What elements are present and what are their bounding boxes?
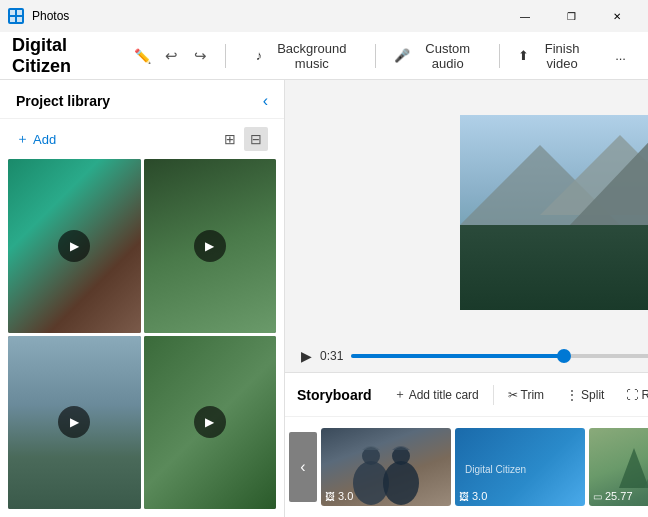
split-icon: ⋮	[566, 388, 578, 402]
plus-icon: ＋	[16, 130, 29, 148]
undo-button[interactable]: ↩	[159, 41, 184, 71]
trim-icon: ✂	[508, 388, 518, 402]
svg-point-13	[383, 461, 419, 505]
titlebar: Photos — ❒ ✕	[0, 0, 648, 32]
film-card[interactable]: Digital Citizen 🖼 3.0	[455, 428, 585, 506]
film-card-label: ▭ 25.77	[593, 490, 633, 502]
maximize-button[interactable]: ❒	[548, 0, 594, 32]
video-icon: ▭	[593, 491, 602, 502]
finish-video-button[interactable]: ⬆ Finish video	[508, 35, 601, 77]
custom-audio-button[interactable]: 🎤 Custom audio	[384, 35, 491, 77]
split-button[interactable]: ⋮ Split	[558, 383, 612, 407]
project-title: Digital Citizen	[12, 35, 120, 77]
panel-collapse-button[interactable]: ‹	[263, 92, 268, 110]
toolbar-actions: ♪ Background music 🎤 Custom audio ⬆ Fini…	[246, 35, 636, 77]
custom-audio-label: Custom audio	[414, 41, 481, 71]
audio-icon: 🎤	[394, 48, 410, 63]
redo-button[interactable]: ↪	[188, 41, 213, 71]
list-view-button[interactable]: ⊟	[244, 127, 268, 151]
minimize-button[interactable]: —	[502, 0, 548, 32]
music-icon: ♪	[256, 48, 263, 63]
image-icon: 🖼	[325, 491, 335, 502]
left-panel: Project library ‹ ＋ Add ⊞ ⊟ ▶ ▶	[0, 80, 285, 517]
toolbar-separator-2	[375, 44, 376, 68]
trim-button[interactable]: ✂ Trim	[500, 383, 553, 407]
video-preview	[460, 115, 648, 310]
svg-marker-16	[619, 448, 648, 488]
panel-title: Project library	[16, 93, 110, 109]
film-card[interactable]: 🖼 3.0	[321, 428, 451, 506]
more-options-button[interactable]: ...	[605, 42, 636, 69]
playback-controls: ▶ 0:31 1:18 ⤢	[285, 344, 648, 372]
film-card[interactable]: ▭ 25.77	[589, 428, 648, 506]
media-item[interactable]: ▶	[144, 336, 277, 510]
finish-video-label: Finish video	[533, 41, 591, 71]
film-duration: 3.0	[472, 490, 487, 502]
media-item[interactable]: ▶	[144, 159, 277, 333]
progress-fill	[351, 354, 564, 358]
film-cards: 🖼 3.0 Digital Citizen 🖼 3	[317, 428, 648, 506]
play-overlay: ▶	[58, 406, 90, 438]
svg-rect-3	[10, 17, 15, 22]
export-icon: ⬆	[518, 48, 529, 63]
add-title-card-button[interactable]: ＋ Add title card	[386, 381, 487, 408]
resize-label: Resize	[641, 388, 648, 402]
undo-redo-group: ↩ ↪	[159, 41, 213, 71]
filmstrip-prev-button[interactable]: ‹	[289, 432, 317, 502]
window-controls: — ❒ ✕	[502, 0, 640, 32]
film-card-label: 🖼 3.0	[325, 490, 353, 502]
right-panel: ▶ 0:31 1:18 ⤢ Storyboard ＋ Add title car…	[285, 80, 648, 517]
media-item[interactable]: ▶	[8, 336, 141, 510]
storyboard-section: Storyboard ＋ Add title card ✂ Trim ⋮ Spl…	[285, 372, 648, 517]
storyboard-toolbar: Storyboard ＋ Add title card ✂ Trim ⋮ Spl…	[285, 373, 648, 417]
add-title-card-label: Add title card	[409, 388, 479, 402]
window-title: Photos	[32, 9, 502, 23]
storyboard-label: Storyboard	[297, 387, 372, 403]
current-time: 0:31	[320, 349, 343, 363]
svg-rect-4	[17, 17, 22, 22]
main-layout: Project library ‹ ＋ Add ⊞ ⊟ ▶ ▶	[0, 80, 648, 517]
progress-bar[interactable]	[351, 354, 648, 358]
add-bar: ＋ Add ⊞ ⊟	[0, 119, 284, 159]
trim-label: Trim	[521, 388, 545, 402]
view-toggle: ⊞ ⊟	[218, 127, 268, 151]
panel-header: Project library ‹	[0, 80, 284, 119]
split-label: Split	[581, 388, 604, 402]
play-overlay: ▶	[194, 406, 226, 438]
close-button[interactable]: ✕	[594, 0, 640, 32]
play-overlay: ▶	[194, 230, 226, 262]
play-overlay: ▶	[58, 230, 90, 262]
media-item[interactable]: ▶	[8, 159, 141, 333]
resize-button[interactable]: ⛶ Resize	[618, 383, 648, 407]
edit-title-icon[interactable]: ✏️	[134, 48, 151, 64]
filmstrip: ‹	[285, 417, 648, 517]
more-label: ...	[615, 48, 626, 63]
sb-separator	[493, 385, 494, 405]
preview-area	[285, 80, 648, 344]
add-media-button[interactable]: ＋ Add	[16, 130, 56, 148]
film-duration: 3.0	[338, 490, 353, 502]
preview-svg	[460, 115, 648, 310]
background-music-button[interactable]: ♪ Background music	[246, 35, 368, 77]
app-icon	[8, 8, 24, 24]
resize-icon: ⛶	[626, 388, 638, 402]
toolbar-separator-3	[499, 44, 500, 68]
toolbar-separator	[225, 44, 226, 68]
film-card-label: 🖼 3.0	[459, 490, 487, 502]
media-grid: ▶ ▶ ▶ ▶	[0, 159, 284, 517]
svg-text:Digital Citizen: Digital Citizen	[465, 464, 526, 475]
progress-thumb	[557, 349, 571, 363]
main-toolbar: Digital Citizen ✏️ ↩ ↪ ♪ Background musi…	[0, 32, 648, 80]
add-label: Add	[33, 132, 56, 147]
grid-view-button[interactable]: ⊞	[218, 127, 242, 151]
svg-rect-9	[460, 225, 648, 310]
film-duration: 25.77	[605, 490, 633, 502]
play-button[interactable]: ▶	[301, 348, 312, 364]
svg-rect-1	[10, 10, 15, 15]
image-icon: 🖼	[459, 491, 469, 502]
background-music-label: Background music	[266, 41, 357, 71]
svg-rect-2	[17, 10, 22, 15]
plus-icon-sb: ＋	[394, 386, 406, 403]
